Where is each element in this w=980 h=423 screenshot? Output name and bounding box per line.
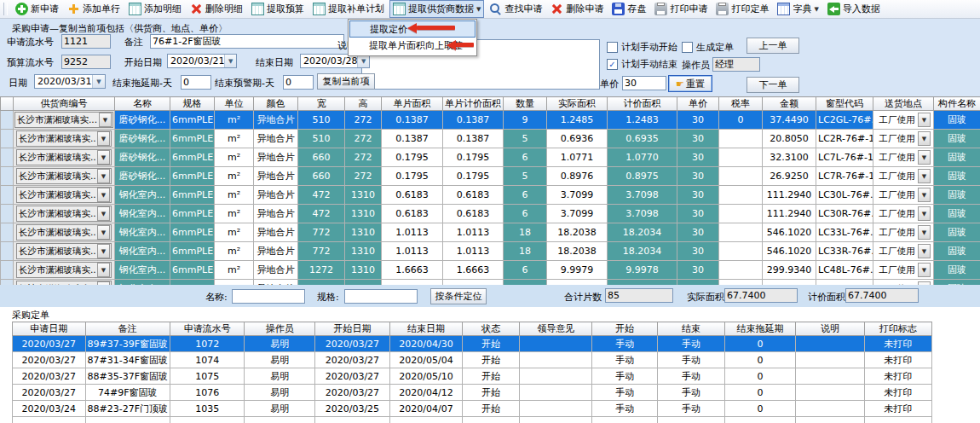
grid-cell[interactable]: 固玻 bbox=[934, 205, 980, 223]
grid-cell[interactable]: 1310 bbox=[345, 223, 382, 242]
order-cell[interactable]: 0 bbox=[724, 385, 795, 401]
chevron-down-icon[interactable]: ▼ bbox=[918, 244, 931, 258]
chevron-down-icon[interactable]: ▼ bbox=[814, 6, 818, 13]
order-cell[interactable]: 未打印 bbox=[864, 401, 931, 417]
grid-cell[interactable]: 1.6663 bbox=[443, 261, 504, 280]
chevron-down-icon[interactable]: ▼ bbox=[92, 75, 105, 88]
grid-cell[interactable]: 1.6663 bbox=[382, 261, 443, 280]
start-date-combo[interactable]: 2020/03/21 ▼ bbox=[167, 54, 237, 68]
grid-cell[interactable]: 18.2038 bbox=[547, 242, 608, 261]
supplier-cell[interactable]: 长沙市潇湘玻璃实...▼ bbox=[14, 261, 115, 280]
grid-cell[interactable]: 6 bbox=[504, 205, 547, 223]
supplier-cell[interactable]: 长沙市潇湘玻璃实...▼ bbox=[14, 148, 115, 167]
toolbar-button-delete-detail[interactable]: 删除明细 bbox=[187, 0, 246, 18]
grid-cell[interactable]: 6 bbox=[504, 261, 547, 280]
filter-spec-input[interactable] bbox=[344, 289, 418, 304]
toolbar-button-import-data[interactable]: 导入数据 bbox=[824, 0, 884, 18]
grid-cell[interactable]: LC2R-76#-1F bbox=[816, 130, 873, 148]
grid-cell[interactable]: 固玻 bbox=[934, 130, 980, 148]
grid-cell[interactable]: 1.0771 bbox=[547, 148, 608, 167]
grid-cell[interactable]: 0.1795 bbox=[443, 148, 504, 167]
grid-cell[interactable] bbox=[719, 186, 763, 205]
grid-cell[interactable]: 固玻 bbox=[934, 186, 980, 205]
grid-cell[interactable]: 30 bbox=[677, 167, 719, 186]
grid-cell[interactable] bbox=[719, 130, 763, 148]
order-cell[interactable]: 手动 bbox=[658, 368, 725, 385]
grid-cell[interactable]: 0 bbox=[719, 111, 763, 130]
order-cell[interactable]: 74#9F窗固玻 bbox=[85, 385, 170, 401]
row-indicator[interactable] bbox=[1, 186, 14, 205]
order-cell[interactable]: 0 bbox=[724, 368, 795, 385]
order-cell[interactable]: 88#23-27F门顶玻 bbox=[85, 401, 170, 417]
grid-cell[interactable]: 1.2483 bbox=[608, 111, 677, 130]
delivery-location-cell[interactable]: 工厂使用▼ bbox=[873, 148, 934, 167]
grid-cell[interactable]: 30 bbox=[677, 130, 719, 148]
order-cell[interactable] bbox=[520, 401, 592, 417]
order-row[interactable]: 2020/03/2488#23-27F门顶玻1035易明2020/03/2520… bbox=[13, 401, 932, 417]
order-cell[interactable]: 2020/03/27 bbox=[315, 336, 390, 352]
grid-cell[interactable]: 772 bbox=[298, 242, 345, 261]
grid-cell[interactable]: 20.8050 bbox=[763, 130, 816, 148]
grid-cell[interactable]: 37.4490 bbox=[763, 111, 816, 130]
grid-cell[interactable]: LC7R-76#-1FO bbox=[816, 167, 873, 186]
grid-cell[interactable] bbox=[719, 205, 763, 223]
grid-cell[interactable]: 18.2034 bbox=[608, 242, 677, 261]
toolbar-button-dictionary[interactable]: 字典▼ bbox=[774, 0, 821, 18]
grid-cell[interactable]: 30 bbox=[677, 111, 719, 130]
grid-cell[interactable]: 0.1387 bbox=[443, 130, 504, 148]
grid-cell[interactable]: 272 bbox=[345, 167, 382, 186]
order-cell[interactable]: 开始 bbox=[463, 368, 520, 385]
grid-cell[interactable]: m² bbox=[215, 205, 254, 223]
actual-area-input[interactable] bbox=[724, 288, 798, 303]
grid-cell[interactable]: 0.8975 bbox=[608, 167, 677, 186]
grid-cell[interactable]: 472 bbox=[298, 205, 345, 223]
row-indicator[interactable] bbox=[1, 205, 14, 223]
grid-cell[interactable]: 钢化室内... bbox=[115, 186, 170, 205]
order-cell[interactable]: 手动 bbox=[592, 385, 658, 401]
order-cell[interactable]: 手动 bbox=[658, 336, 725, 352]
grid-cell[interactable]: 546.1020 bbox=[763, 223, 816, 242]
delivery-location-cell[interactable]: 工厂使用▼ bbox=[873, 186, 934, 205]
chevron-down-icon[interactable]: ▼ bbox=[224, 55, 236, 67]
supplier-cell[interactable]: 长沙市潇湘玻璃实...▼ bbox=[14, 242, 115, 261]
grid-cell[interactable]: 272 bbox=[345, 148, 382, 167]
order-cell[interactable] bbox=[520, 368, 592, 385]
grid-cell[interactable]: 钢化室内... bbox=[115, 261, 170, 280]
order-cell[interactable]: 89#37-39F窗固玻 bbox=[85, 336, 170, 352]
grid-cell[interactable]: 异地合片 bbox=[254, 261, 298, 280]
grid-cell[interactable]: 钢化室内... bbox=[115, 242, 170, 261]
grid-cell[interactable]: 6mmPLE... bbox=[170, 148, 215, 167]
total-pieces-input[interactable] bbox=[605, 288, 673, 303]
grid-cell[interactable]: 26.9250 bbox=[763, 167, 816, 186]
row-indicator[interactable] bbox=[1, 223, 14, 242]
grid-cell[interactable]: 111.2940 bbox=[763, 205, 816, 223]
order-cell[interactable]: 易明 bbox=[245, 336, 315, 352]
chevron-down-icon[interactable]: ▼ bbox=[918, 206, 931, 221]
grid-cell[interactable]: 磨砂钢化... bbox=[115, 167, 170, 186]
chevron-down-icon[interactable]: ▼ bbox=[97, 131, 110, 146]
order-cell[interactable]: 手动 bbox=[592, 401, 658, 417]
grid-cell[interactable]: 660 bbox=[298, 167, 345, 186]
order-cell[interactable]: 88#35-37F窗固玻 bbox=[85, 368, 170, 385]
grid-cell[interactable]: 钢化室内... bbox=[115, 205, 170, 223]
row-indicator[interactable] bbox=[1, 130, 14, 148]
grid-cell[interactable]: 异地合片 bbox=[254, 167, 298, 186]
order-cell[interactable]: 手动 bbox=[658, 352, 725, 368]
row-indicator[interactable] bbox=[1, 167, 14, 186]
order-cell[interactable]: 2020/05/04 bbox=[389, 352, 463, 368]
order-cell[interactable]: 2020/03/25 bbox=[315, 401, 390, 417]
order-cell[interactable]: 2020/04/07 bbox=[389, 401, 463, 417]
order-cell[interactable]: 易明 bbox=[245, 352, 315, 368]
order-cell[interactable]: 2020/05/10 bbox=[389, 368, 463, 385]
grid-cell[interactable]: 0.6183 bbox=[382, 205, 443, 223]
grid-cell[interactable] bbox=[719, 167, 763, 186]
copy-current-item-button[interactable]: 复制当前项 bbox=[317, 73, 375, 90]
order-row[interactable]: 2020/03/2789#37-39F窗固玻1072易明2020/03/2720… bbox=[13, 336, 932, 352]
row-indicator[interactable] bbox=[1, 242, 14, 261]
end-delay-input[interactable] bbox=[181, 75, 211, 90]
supplier-cell[interactable]: 长沙市潇湘玻璃实...▼ bbox=[14, 223, 115, 242]
unit-price-input[interactable] bbox=[622, 76, 666, 90]
order-cell[interactable]: 2020/03/27 bbox=[13, 368, 86, 385]
grid-cell[interactable]: 0.1795 bbox=[443, 167, 504, 186]
row-indicator[interactable] bbox=[1, 111, 14, 130]
